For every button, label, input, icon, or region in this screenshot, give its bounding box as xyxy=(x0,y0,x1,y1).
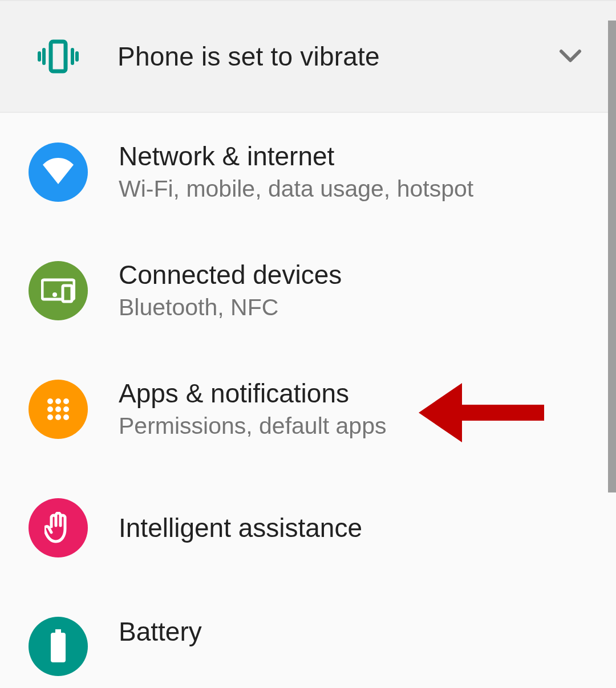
svg-point-8 xyxy=(47,398,53,404)
settings-item-network[interactable]: Network & internet Wi-Fi, mobile, data u… xyxy=(0,113,616,231)
item-subtitle: Bluetooth, NFC xyxy=(119,294,587,321)
wifi-icon xyxy=(29,143,88,202)
devices-icon xyxy=(29,261,88,320)
settings-item-connected-devices[interactable]: Connected devices Bluetooth, NFC xyxy=(0,231,616,350)
item-title: Apps & notifications xyxy=(119,378,587,409)
item-subtitle: Wi-Fi, mobile, data usage, hotspot xyxy=(119,175,587,203)
settings-item-intelligent-assistance[interactable]: Intelligent assistance xyxy=(0,469,616,587)
svg-rect-18 xyxy=(51,633,66,662)
settings-screen: Phone is set to vibrate Network & intern… xyxy=(0,0,616,688)
svg-point-9 xyxy=(55,398,61,404)
item-title: Network & internet xyxy=(119,141,587,172)
suggestion-banner[interactable]: Phone is set to vibrate xyxy=(0,0,616,113)
svg-rect-6 xyxy=(63,286,72,302)
settings-list: Network & internet Wi-Fi, mobile, data u… xyxy=(0,113,616,688)
svg-point-7 xyxy=(52,292,57,297)
item-title: Battery xyxy=(119,617,587,647)
svg-point-13 xyxy=(63,406,69,412)
svg-point-14 xyxy=(47,414,53,420)
battery-icon xyxy=(29,617,88,676)
settings-item-apps-notifications[interactable]: Apps & notifications Permissions, defaul… xyxy=(0,350,616,469)
svg-point-11 xyxy=(47,406,53,412)
item-subtitle: Permissions, default apps xyxy=(119,412,587,440)
svg-point-12 xyxy=(55,406,61,412)
vibrate-icon xyxy=(35,39,81,74)
settings-item-battery[interactable]: Battery xyxy=(0,587,616,688)
item-title: Intelligent assistance xyxy=(119,513,587,543)
svg-rect-0 xyxy=(51,42,66,71)
apps-icon xyxy=(29,380,88,439)
scrollbar-thumb[interactable] xyxy=(608,21,616,492)
svg-point-15 xyxy=(55,414,61,420)
svg-point-10 xyxy=(63,398,69,404)
hand-icon xyxy=(29,498,88,557)
chevron-down-icon[interactable] xyxy=(553,49,587,64)
suggestion-title: Phone is set to vibrate xyxy=(117,41,553,72)
svg-point-16 xyxy=(63,414,69,420)
item-title: Connected devices xyxy=(119,260,587,290)
